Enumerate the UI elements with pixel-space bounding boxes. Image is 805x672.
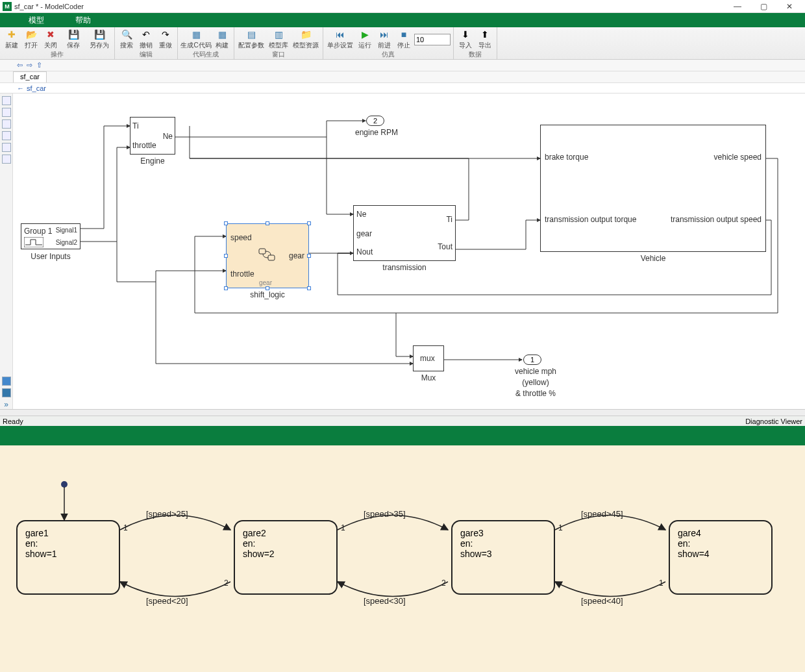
crumb-back-icon[interactable]: ← [17, 84, 24, 92]
maximize-button[interactable]: ▢ [750, 0, 776, 13]
mdlres-icon: 📁 [300, 29, 312, 40]
block-mux[interactable]: mux [413, 345, 444, 371]
left-palette: » [0, 93, 13, 409]
horizontal-scrollbar[interactable] [0, 409, 805, 416]
run-icon: ▶ [359, 29, 371, 40]
engine-label: Engine [130, 156, 175, 166]
genc-button[interactable]: ▦生成C代码 [180, 29, 212, 50]
simtime-input[interactable] [414, 34, 451, 45]
cfg-button[interactable]: ▤配置参数 [237, 29, 266, 50]
nav-back-icon[interactable]: ⇦ [17, 61, 23, 69]
group-codegen: ▦生成C代码 ▦构建 代码生成 [178, 27, 234, 59]
export-button[interactable]: ⬆导出 [476, 29, 494, 50]
stop-button[interactable]: ■停止 [395, 29, 413, 50]
redo-icon: ↷ [160, 29, 171, 40]
t23-order: 1 [341, 523, 345, 532]
trans-32-label: [speed<30] [364, 596, 406, 606]
new-button[interactable]: ✚新建 [3, 29, 21, 50]
status-diagnostic[interactable]: Diagnostic Viewer [745, 417, 802, 425]
menu-bar: 模型 帮助 [0, 13, 805, 27]
menu-help[interactable]: 帮助 [60, 13, 106, 27]
state3-act: show=3 [460, 549, 546, 559]
nav-up-icon[interactable]: ⇧ [36, 61, 42, 69]
trans-label: transmission [353, 263, 456, 272]
close-button[interactable]: ✖关闭 [42, 29, 60, 50]
status-ready: Ready [3, 417, 23, 425]
group-edit-label: 编辑 [115, 50, 177, 60]
mdllib-button[interactable]: ▥模型库 [267, 29, 290, 50]
block-vehicle[interactable]: brake torque transmission output torque … [540, 125, 766, 252]
trans-in-ne: Ne [356, 210, 366, 219]
t34-order: 1 [558, 523, 563, 532]
undo-icon: ↶ [140, 29, 152, 40]
state-gare1[interactable]: gare1 en: show=1 [16, 520, 120, 595]
run-button[interactable]: ▶运行 [356, 29, 374, 50]
state4-act: show=4 [678, 549, 763, 559]
crumb-path[interactable]: sf_car [27, 84, 46, 92]
close-window-button[interactable]: ✕ [776, 0, 802, 13]
tab-sfcar[interactable]: sf_car [13, 71, 47, 82]
t21-order: 2 [224, 579, 229, 588]
breadcrumb: ← sf_car [0, 83, 805, 93]
undo-button[interactable]: ↶撤销 [137, 29, 155, 50]
model-canvas[interactable]: Group 1 Signal1 Signal2 User Inputs Ti t… [13, 93, 805, 409]
state-chart-area: gare1 en: show=1 gare2 en: show=2 gare3 … [0, 445, 805, 672]
state1-act: show=1 [25, 549, 111, 559]
state2-name: gare2 [243, 528, 328, 538]
state1-en: en: [25, 538, 111, 549]
saveas-button[interactable]: 💾另存为 [87, 29, 112, 50]
t32-order: 2 [441, 579, 446, 588]
redo-button[interactable]: ↷重做 [156, 29, 175, 50]
block-shift-logic[interactable]: speed throttle gear gear [226, 223, 309, 288]
palette-icon-4[interactable] [2, 131, 11, 140]
save-button[interactable]: 💾保存 [61, 29, 86, 50]
veh-out-speed: vehicle speed [714, 153, 762, 162]
svg-rect-2 [268, 255, 275, 260]
block-transmission[interactable]: Ne gear Nout Ti Tout [353, 205, 456, 261]
fwd-button[interactable]: ⏭前进 [375, 29, 393, 50]
group-data-label: 数据 [454, 50, 497, 60]
palette-icon-1[interactable] [2, 96, 11, 105]
state-gare3[interactable]: gare3 en: show=3 [451, 520, 555, 595]
palette-icon-b2[interactable] [2, 388, 11, 397]
group-data: ⬇导入 ⬆导出 数据 [454, 27, 497, 59]
state2-act: show=2 [243, 549, 328, 559]
engine-in-ti: Ti [132, 121, 139, 131]
trans-23-label: [speed>35] [364, 509, 406, 519]
stateflow-icon [258, 247, 277, 262]
trans-out-ti: Ti [446, 215, 452, 224]
open-button[interactable]: 📂打开 [22, 29, 40, 50]
close-icon: ✖ [45, 29, 56, 40]
fwd-icon: ⏭ [378, 29, 390, 40]
menu-model[interactable]: 模型 [13, 13, 60, 27]
build-button[interactable]: ▦构建 [213, 29, 231, 50]
palette-icon-2[interactable] [2, 108, 11, 117]
palette-expand-icon[interactable]: » [4, 400, 8, 409]
trans-in-nout: Nout [356, 247, 373, 256]
palette-icon-5[interactable] [2, 143, 11, 152]
mdlres-button[interactable]: 📁模型资源 [291, 29, 320, 50]
stop-icon: ■ [398, 29, 410, 40]
palette-icon-6[interactable] [2, 155, 11, 164]
outport-1[interactable]: 1 [523, 355, 541, 365]
search-button[interactable]: 🔍搜索 [118, 29, 136, 50]
step-button[interactable]: ⏮单步设置 [326, 29, 354, 50]
block-engine[interactable]: Ti throttle Ne [130, 117, 175, 155]
step-icon: ⏮ [334, 29, 346, 40]
block-user-inputs[interactable]: Group 1 Signal1 Signal2 [21, 223, 80, 249]
minimize-button[interactable]: — [724, 0, 750, 13]
state-gare4[interactable]: gare4 en: show=4 [669, 520, 773, 595]
divider-band [0, 426, 805, 445]
saveas-icon: 💾 [93, 29, 105, 40]
open-icon: 📂 [25, 29, 37, 40]
trans-21-label: [speed<20] [146, 596, 188, 606]
state4-en: en: [678, 538, 763, 549]
veh-out-tspeed: transmission output speed [671, 215, 762, 224]
group-ops: ✚新建 📂打开 ✖关闭 💾保存 💾另存为 操作 [0, 27, 115, 59]
palette-icon-3[interactable] [2, 119, 11, 129]
nav-fwd-icon[interactable]: ⇨ [27, 61, 32, 69]
state-gare2[interactable]: gare2 en: show=2 [234, 520, 338, 595]
palette-icon-b1[interactable] [2, 377, 11, 386]
import-button[interactable]: ⬇导入 [456, 29, 475, 50]
outport-2[interactable]: 2 [366, 116, 384, 126]
